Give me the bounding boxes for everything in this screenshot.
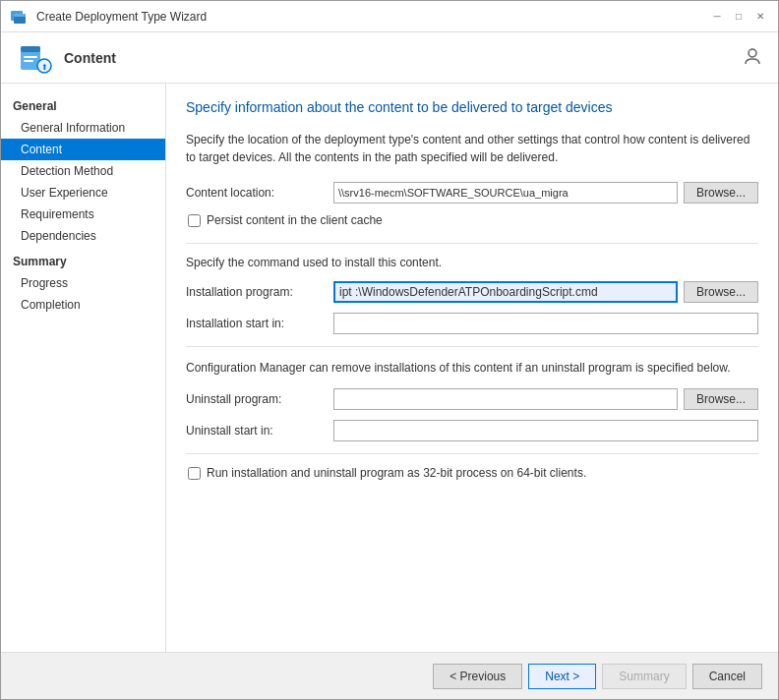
svg-point-9 [749, 49, 756, 57]
content-location-input[interactable] [333, 182, 678, 204]
svg-rect-5 [24, 56, 37, 58]
uninstall-program-label: Uninstall program: [186, 392, 333, 406]
run-32bit-row: Run installation and uninstall program a… [188, 466, 758, 480]
sidebar-section-general: General [1, 95, 165, 117]
persist-checkbox[interactable] [188, 214, 201, 227]
installation-program-input[interactable] [333, 281, 678, 303]
uninstall-program-input[interactable] [333, 388, 678, 410]
app-icon [9, 7, 29, 27]
persist-checkbox-row: Persist content in the client cache [188, 213, 758, 227]
minimize-button[interactable]: ─ [707, 7, 727, 27]
svg-rect-6 [24, 60, 33, 62]
svg-rect-4 [21, 46, 40, 52]
content-icon: ⬆ [17, 40, 52, 76]
installation-start-label: Installation start in: [186, 317, 333, 330]
installation-start-input[interactable] [333, 313, 758, 334]
sidebar-item-detection-method[interactable]: Detection Method [1, 160, 165, 182]
uninstall-program-row: Uninstall program: Browse... [186, 388, 758, 410]
content-area: General General Information Content Dete… [1, 84, 778, 652]
wizard-window: Create Deployment Type Wizard ─ □ ✕ ⬆ Co… [0, 0, 779, 700]
install-section-label: Specify the command used to install this… [186, 256, 758, 269]
description-text: Specify the location of the deployment t… [186, 131, 758, 166]
uninstall-start-label: Uninstall start in: [186, 424, 333, 438]
sidebar-item-dependencies[interactable]: Dependencies [1, 225, 165, 247]
window-controls: ─ □ ✕ [707, 7, 770, 27]
summary-button[interactable]: Summary [602, 664, 686, 689]
divider-1 [186, 243, 758, 244]
maximize-button[interactable]: □ [729, 7, 749, 27]
person-icon [743, 46, 762, 69]
sidebar-item-user-experience[interactable]: User Experience [1, 182, 165, 204]
header-bar: ⬆ Content [1, 32, 778, 84]
sidebar-item-requirements[interactable]: Requirements [1, 204, 165, 225]
installation-start-row: Installation start in: [186, 313, 758, 334]
cancel-button[interactable]: Cancel [692, 664, 762, 689]
divider-2 [186, 346, 758, 347]
browse-install-button[interactable]: Browse... [684, 281, 758, 303]
main-panel: Specify information about the content to… [166, 84, 778, 652]
browse-uninstall-button[interactable]: Browse... [684, 388, 758, 410]
sidebar-item-content[interactable]: Content [1, 139, 165, 160]
sidebar-item-general-information[interactable]: General Information [1, 117, 165, 139]
uninstall-info-text: Configuration Manager can remove install… [186, 359, 758, 377]
window-title: Create Deployment Type Wizard [36, 10, 707, 24]
uninstall-start-row: Uninstall start in: [186, 420, 758, 441]
next-button[interactable]: Next > [528, 664, 596, 689]
svg-rect-2 [14, 14, 26, 17]
persist-label[interactable]: Persist content in the client cache [207, 213, 383, 227]
content-location-row: Content location: Browse... [186, 182, 758, 204]
bottom-bar: < Previous Next > Summary Cancel [1, 652, 778, 699]
title-bar: Create Deployment Type Wizard ─ □ ✕ [1, 1, 778, 32]
content-location-label: Content location: [186, 186, 333, 200]
sidebar-section-summary: Summary [1, 251, 165, 272]
page-title: Specify information about the content to… [186, 99, 758, 115]
sidebar-item-progress[interactable]: Progress [1, 272, 165, 294]
uninstall-start-input[interactable] [333, 420, 758, 441]
divider-3 [186, 453, 758, 454]
close-button[interactable]: ✕ [750, 7, 770, 27]
run-32bit-label[interactable]: Run installation and uninstall program a… [207, 466, 586, 480]
browse-content-button[interactable]: Browse... [684, 182, 758, 204]
previous-button[interactable]: < Previous [433, 664, 522, 689]
header-title: Content [64, 50, 116, 66]
installation-program-row: Installation program: Browse... [186, 281, 758, 303]
svg-text:⬆: ⬆ [41, 63, 48, 72]
sidebar: General General Information Content Dete… [1, 84, 166, 652]
run-32bit-checkbox[interactable] [188, 467, 201, 480]
sidebar-item-completion[interactable]: Completion [1, 294, 165, 316]
installation-program-label: Installation program: [186, 285, 333, 299]
